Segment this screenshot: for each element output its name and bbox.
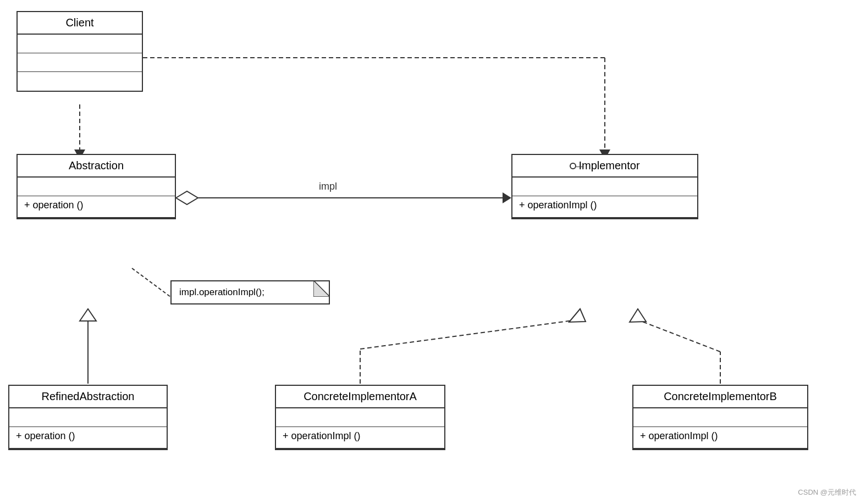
concrete-implementor-a-title: ConcreteImplementorA — [276, 386, 444, 408]
client-attr-2 — [18, 53, 142, 72]
note-fold — [313, 280, 330, 297]
concrete-implementor-a-method: + operationImpl () — [276, 427, 444, 449]
abstraction-title: Abstraction — [18, 155, 175, 178]
svg-marker-9 — [80, 309, 96, 321]
implementor-method: + operationImpl () — [512, 196, 697, 218]
implementor-class: Implementor + operationImpl () — [511, 154, 698, 219]
concrete-implementor-a-class: ConcreteImplementorA + operationImpl () — [275, 385, 445, 450]
diagram-container: impl Client Abstraction + operation () — [0, 0, 866, 504]
svg-line-16 — [132, 268, 170, 297]
implementor-title: Implementor — [512, 155, 697, 178]
concrete-implementor-b-title: ConcreteImplementorB — [633, 386, 807, 408]
refined-abstraction-method: + operation () — [9, 427, 167, 449]
refined-abstraction-title: RefinedAbstraction — [9, 386, 167, 408]
note-text: impl.operationImpl(); — [179, 287, 264, 297]
implementor-attr — [512, 178, 697, 196]
svg-marker-7 — [176, 191, 198, 204]
client-title: Client — [18, 12, 142, 35]
client-class: Client — [16, 11, 143, 92]
refined-abstraction-class: RefinedAbstraction + operation () — [8, 385, 168, 450]
concrete-implementor-b-method: + operationImpl () — [633, 427, 807, 449]
interface-icon — [570, 163, 576, 169]
svg-line-14 — [638, 320, 720, 352]
concrete-implementor-a-attr — [276, 408, 444, 427]
concrete-implementor-b-class: ConcreteImplementorB + operationImpl () — [632, 385, 808, 450]
client-attr-1 — [18, 35, 142, 53]
svg-line-11 — [360, 320, 577, 349]
svg-marker-17 — [313, 280, 330, 297]
svg-marker-6 — [503, 192, 511, 203]
client-attr-3 — [18, 72, 142, 91]
note-box: impl.operationImpl(); — [170, 280, 330, 304]
impl-label: impl — [319, 181, 337, 192]
watermark: CSDN @元维时代 — [798, 488, 856, 497]
abstraction-class: Abstraction + operation () — [16, 154, 176, 219]
concrete-implementor-b-attr — [633, 408, 807, 427]
abstraction-attr — [18, 178, 175, 196]
svg-marker-12 — [569, 309, 586, 322]
svg-marker-15 — [630, 309, 646, 322]
refined-abstraction-attr — [9, 408, 167, 427]
abstraction-method: + operation () — [18, 196, 175, 218]
